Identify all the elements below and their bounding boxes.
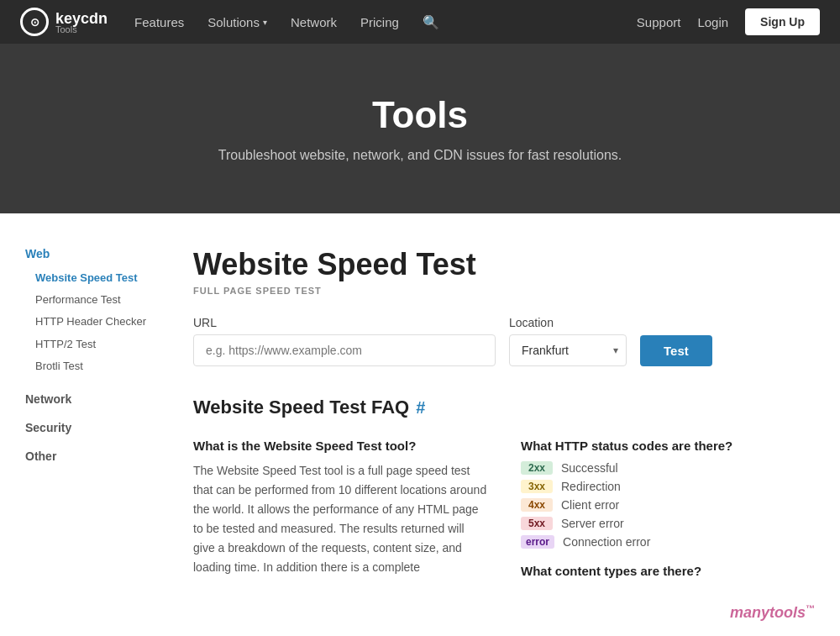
sidebar-category-security[interactable]: Security [25,421,160,434]
sidebar-category-network[interactable]: Network [25,392,160,406]
status-label-5xx: Server error [561,517,624,530]
faq-left-col: What is the Website Speed Test tool? The… [193,439,487,622]
navigation: ⊙ keycdn Tools Features Solutions ▾ Netw… [0,0,840,44]
logo-text-block: keycdn Tools [55,10,108,34]
status-row-3xx: 3xx Redirection [521,480,815,493]
status-label-2xx: Successful [561,461,618,475]
nav-right: Support Login Sign Up [637,8,820,35]
nav-features[interactable]: Features [134,15,184,29]
status-badge-2xx: 2xx [521,461,553,475]
status-label-3xx: Redirection [561,480,621,493]
location-select-wrapper: Frankfurt New York London Singapore Toky… [509,334,627,366]
search-icon[interactable]: 🔍 [423,14,439,30]
sidebar-item-brotli-test[interactable]: Brotli Test [25,355,160,377]
status-label-error: Connection error [563,535,650,549]
sidebar-item-http-header-checker[interactable]: HTTP Header Checker [25,311,160,333]
hero-subtitle: Troubleshoot website, network, and CDN i… [17,148,823,163]
faq-right-question: What HTTP status codes are there? [521,439,815,453]
logo[interactable]: ⊙ keycdn Tools [20,8,108,36]
logo-icon: ⊙ [20,8,49,36]
url-input[interactable] [193,334,496,366]
nav-support[interactable]: Support [637,15,681,29]
nav-left: ⊙ keycdn Tools Features Solutions ▾ Netw… [20,8,439,36]
url-label: URL [193,316,496,329]
page-title: Website Speed Test [193,247,815,282]
content-type-question: What content types are there? [521,564,815,578]
faq-left-question: What is the Website Speed Test tool? [193,439,487,453]
nav-network[interactable]: Network [291,15,337,29]
nav-login[interactable]: Login [697,15,728,29]
speed-test-form: URL Location Frankfurt New York London S… [193,316,815,366]
faq-anchor-link[interactable]: # [416,398,425,418]
status-row-2xx: 2xx Successful [521,461,815,475]
nav-links: Features Solutions ▾ Network Pricing 🔍 [134,14,439,30]
status-row-4xx: 4xx Client error [521,498,815,512]
status-row-error: error Connection error [521,535,815,549]
sidebar-category-web[interactable]: Web [25,247,160,260]
status-badge-error: error [521,535,554,549]
location-select[interactable]: Frankfurt New York London Singapore Toky… [509,334,627,366]
faq-left-answer: The Website Speed Test tool is a full pa… [193,461,487,578]
chevron-down-icon: ▾ [263,18,267,27]
status-label-4xx: Client error [561,498,619,512]
url-field-group: URL [193,316,496,366]
hero-section: Tools Troubleshoot website, network, and… [0,44,840,213]
status-badge-5xx: 5xx [521,517,553,530]
location-field-group: Location Frankfurt New York London Singa… [509,316,627,366]
sidebar-category-other[interactable]: Other [25,449,160,463]
faq-title: Website Speed Test FAQ # [193,397,815,418]
sidebar: Web Website Speed Test Performance Test … [25,247,160,622]
hero-title: Tools [17,94,823,136]
status-code-list: 2xx Successful 3xx Redirection 4xx Clien… [521,461,815,549]
nav-pricing[interactable]: Pricing [360,15,399,29]
nav-solutions[interactable]: Solutions ▾ [207,15,267,29]
faq-right-col: What HTTP status codes are there? 2xx Su… [521,439,815,622]
test-button[interactable]: Test [640,335,712,366]
location-label: Location [509,316,627,329]
signup-button[interactable]: Sign Up [745,8,820,35]
status-row-5xx: 5xx Server error [521,517,815,530]
status-badge-3xx: 3xx [521,480,553,493]
status-badge-4xx: 4xx [521,498,553,512]
main-content: Website Speed Test FULL PAGE SPEED TEST … [193,247,815,622]
sidebar-item-performance-test[interactable]: Performance Test [25,289,160,311]
sidebar-item-http2-test[interactable]: HTTP/2 Test [25,334,160,355]
page-badge: FULL PAGE SPEED TEST [193,286,815,296]
sidebar-item-website-speed-test[interactable]: Website Speed Test [25,267,160,289]
manytools-logo: manytools™ [521,603,815,622]
content-wrapper: Web Website Speed Test Performance Test … [8,213,832,636]
faq-columns: What is the Website Speed Test tool? The… [193,439,815,622]
